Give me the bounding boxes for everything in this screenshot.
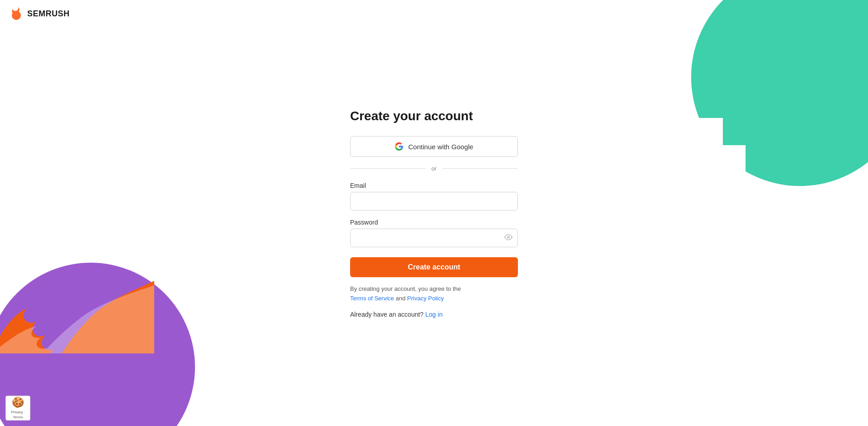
google-icon xyxy=(395,142,404,151)
terms-and: and xyxy=(395,295,405,302)
eye-icon[interactable] xyxy=(504,233,512,243)
terms-line1: By creating your account, you agree to t… xyxy=(350,285,461,292)
cookie-icon: 🍪 xyxy=(12,397,24,408)
google-btn-label: Continue with Google xyxy=(408,143,473,151)
email-input[interactable] xyxy=(350,192,518,211)
already-account-text: Already have an account? Log in xyxy=(350,311,443,318)
password-input[interactable] xyxy=(350,229,518,247)
email-label: Email xyxy=(350,182,366,189)
terms-of-service-link[interactable]: Terms of Service xyxy=(350,295,394,302)
green-shape-decoration xyxy=(687,0,868,191)
svg-point-5 xyxy=(507,236,510,238)
google-signin-button[interactable]: Continue with Google xyxy=(350,136,518,157)
page-title: Create your account xyxy=(350,108,473,123)
orange-flame-shape xyxy=(0,254,154,353)
password-field-wrapper xyxy=(350,229,518,247)
log-in-link[interactable]: Log in xyxy=(425,311,443,318)
logo-container: SEMRUSH xyxy=(9,6,70,21)
signup-form-container: Create your account Continue with Google… xyxy=(350,108,518,318)
cookie-text: Privacy · Terms xyxy=(6,410,30,420)
create-account-button[interactable]: Create account xyxy=(350,257,518,277)
divider-line-left xyxy=(350,168,426,169)
cookie-consent-badge[interactable]: 🍪 Privacy · Terms xyxy=(5,396,30,421)
already-account-label: Already have an account? xyxy=(350,311,424,318)
svg-rect-3 xyxy=(709,145,746,191)
terms-text: By creating your account, you agree to t… xyxy=(350,284,461,304)
divider-text: or xyxy=(431,165,437,172)
password-label: Password xyxy=(350,219,378,226)
logo-text: SEMRUSH xyxy=(27,9,70,19)
privacy-policy-link[interactable]: Privacy Policy xyxy=(407,295,444,302)
semrush-logo-icon xyxy=(9,6,24,21)
left-decoration xyxy=(0,163,227,426)
divider-line-right xyxy=(442,168,518,169)
or-divider: or xyxy=(350,165,518,172)
